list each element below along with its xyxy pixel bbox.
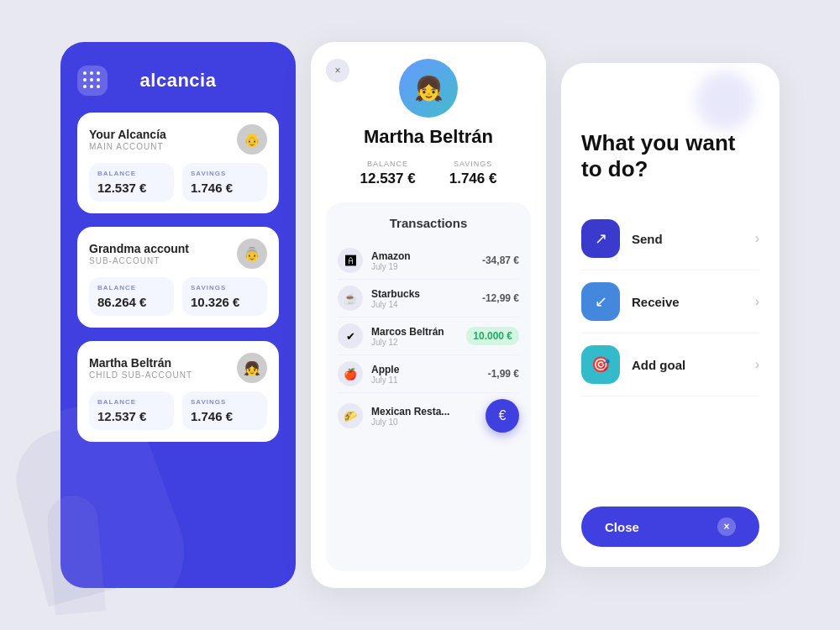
- account-card-grandma[interactable]: Grandma account SUB-ACCOUNT 👵 BALANCE 86…: [77, 227, 279, 328]
- tx-date-amazon: July 19: [371, 262, 474, 271]
- action-receive[interactable]: ↙ Receive ›: [581, 270, 759, 333]
- blur-decoration: [696, 71, 754, 130]
- savings-label-main: SAVINGS: [191, 170, 259, 177]
- transactions-title: Transactions: [338, 216, 519, 230]
- account-info-martha: Martha Beltrán CHILD SUB-ACCOUNT: [89, 356, 192, 380]
- receive-icon: ↙: [581, 282, 620, 321]
- goal-chevron-icon: ›: [755, 357, 759, 372]
- tx-date-mexican: July 10: [371, 417, 477, 427]
- balance-box-main: BALANCE 12.537 €: [89, 163, 174, 202]
- balance-value-main: 12.537 €: [97, 181, 165, 195]
- transaction-starbucks[interactable]: ☕ Starbucks July 14 -12,99 €: [338, 280, 519, 318]
- balance-label-grandma: BALANCE: [97, 284, 165, 291]
- stats-row-main: BALANCE 12.537 € SAVINGS 1.746 €: [89, 163, 267, 202]
- profile-avatar: 👧: [399, 59, 458, 118]
- account-info-grandma: Grandma account SUB-ACCOUNT: [89, 242, 189, 265]
- grid-icon-button[interactable]: [77, 66, 108, 96]
- balance-value-grandma: 86.264 €: [97, 295, 165, 309]
- tx-icon-marcos: ✔: [338, 323, 363, 349]
- transaction-marcos[interactable]: ✔ Marcos Beltrán July 12 10.000 €: [338, 318, 519, 355]
- send-chevron-icon: ›: [755, 231, 759, 246]
- send-icon: ↗: [581, 219, 620, 258]
- account-name-main: Your Alcancía: [89, 128, 166, 141]
- stats-row-grandma: BALANCE 86.264 € SAVINGS 10.326 €: [89, 277, 267, 316]
- avatar-martha: 👧: [237, 353, 267, 383]
- tx-icon-starbucks: ☕: [338, 286, 363, 311]
- account-name-martha: Martha Beltrán: [89, 356, 192, 370]
- goal-icon: 🎯: [581, 345, 620, 384]
- profile-balance-label: BALANCE: [360, 160, 416, 168]
- tx-info-starbucks: Starbucks July 14: [371, 288, 474, 309]
- avatar-grandma: 👵: [237, 239, 267, 269]
- savings-label-martha: SAVINGS: [191, 398, 259, 406]
- tx-name-mexican: Mexican Resta...: [371, 406, 477, 417]
- savings-value-grandma: 10.326 €: [191, 295, 259, 309]
- profile-panel: × 👧 Martha Beltrán BALANCE 12.537 € SAVI…: [311, 42, 546, 588]
- account-type-grandma: SUB-ACCOUNT: [89, 256, 189, 265]
- savings-value-martha: 1.746 €: [191, 409, 259, 423]
- transaction-mexican[interactable]: 🌮 Mexican Resta... July 10 €: [338, 393, 519, 438]
- tx-name-apple: Apple: [371, 364, 480, 375]
- transaction-amazon[interactable]: 🅰 Amazon July 19 -34,87 €: [338, 242, 519, 280]
- transactions-section: Transactions 🅰 Amazon July 19 -34,87 € ☕…: [326, 202, 531, 571]
- profile-top: × 👧 Martha Beltrán BALANCE 12.537 € SAVI…: [326, 59, 531, 202]
- action-send[interactable]: ↗ Send ›: [581, 207, 759, 270]
- main-panel: alcancia Your Alcancía MAIN ACCOUNT 👴 BA…: [60, 42, 296, 588]
- tx-icon-apple: 🍎: [338, 361, 363, 386]
- tx-amount-apple: -1,99 €: [488, 368, 519, 380]
- profile-name: Martha Beltrán: [364, 126, 493, 148]
- tx-info-apple: Apple July 11: [371, 364, 480, 385]
- account-card-main[interactable]: Your Alcancía MAIN ACCOUNT 👴 BALANCE 12.…: [77, 113, 279, 213]
- account-type-main: MAIN ACCOUNT: [89, 142, 166, 151]
- savings-value-main: 1.746 €: [191, 181, 259, 195]
- app-title: alcancia: [140, 70, 217, 92]
- savings-label-grandma: SAVINGS: [191, 284, 259, 291]
- account-card-martha[interactable]: Martha Beltrán CHILD SUB-ACCOUNT 👧 BALAN…: [77, 341, 279, 442]
- profile-savings-value: 1.746 €: [449, 171, 497, 187]
- transaction-fab-button[interactable]: €: [486, 399, 519, 433]
- profile-stats: BALANCE 12.537 € SAVINGS 1.746 €: [360, 160, 497, 187]
- tx-icon-amazon: 🅰: [338, 248, 363, 273]
- action-panel: What you want to do? ↗ Send › ↙ Receive …: [561, 63, 780, 567]
- panel3-heading: What you want to do?: [581, 130, 759, 182]
- stats-row-martha: BALANCE 12.537 € SAVINGS 1.746 €: [89, 391, 267, 430]
- receive-label: Receive: [632, 295, 743, 309]
- transaction-apple[interactable]: 🍎 Apple July 11 -1,99 €: [338, 355, 519, 393]
- panel1-header: alcancia: [77, 66, 279, 96]
- tx-info-marcos: Marcos Beltrán July 12: [371, 326, 458, 347]
- balance-box-grandma: BALANCE 86.264 €: [89, 277, 174, 316]
- send-label: Send: [632, 232, 743, 246]
- account-info-main: Your Alcancía MAIN ACCOUNT: [89, 128, 166, 151]
- dots-grid-icon: [83, 71, 102, 90]
- tx-name-starbucks: Starbucks: [371, 288, 474, 300]
- savings-box-main: SAVINGS 1.746 €: [182, 163, 267, 202]
- balance-label-martha: BALANCE: [97, 398, 165, 406]
- tx-amount-starbucks: -12,99 €: [482, 292, 519, 304]
- close-action-button[interactable]: Close ×: [581, 507, 759, 547]
- close-button-label: Close: [605, 520, 639, 534]
- profile-savings: SAVINGS 1.746 €: [449, 160, 497, 187]
- tx-date-starbucks: July 14: [371, 300, 474, 309]
- receive-chevron-icon: ›: [755, 294, 759, 309]
- balance-label-main: BALANCE: [97, 170, 165, 177]
- profile-savings-label: SAVINGS: [449, 160, 497, 168]
- close-button-profile[interactable]: ×: [326, 59, 349, 82]
- account-header-martha: Martha Beltrán CHILD SUB-ACCOUNT 👧: [89, 353, 267, 383]
- savings-box-grandma: SAVINGS 10.326 €: [182, 277, 267, 316]
- tx-info-mexican: Mexican Resta... July 10: [371, 406, 477, 427]
- profile-balance: BALANCE 12.537 €: [360, 160, 416, 187]
- close-x-icon: ×: [717, 517, 736, 536]
- account-header-grandma: Grandma account SUB-ACCOUNT 👵: [89, 239, 267, 269]
- action-goal[interactable]: 🎯 Add goal ›: [581, 333, 759, 396]
- tx-amount-marcos: 10.000 €: [466, 327, 519, 345]
- profile-balance-value: 12.537 €: [360, 171, 416, 187]
- account-header-main: Your Alcancía MAIN ACCOUNT 👴: [89, 124, 267, 155]
- avatar-main: 👴: [237, 124, 267, 155]
- tx-icon-mexican: 🌮: [338, 403, 363, 428]
- balance-box-martha: BALANCE 12.537 €: [89, 391, 174, 430]
- goal-label: Add goal: [632, 358, 743, 372]
- tx-name-amazon: Amazon: [371, 250, 474, 262]
- tx-name-marcos: Marcos Beltrán: [371, 326, 458, 338]
- savings-box-martha: SAVINGS 1.746 €: [182, 391, 267, 430]
- account-type-martha: CHILD SUB-ACCOUNT: [89, 370, 192, 380]
